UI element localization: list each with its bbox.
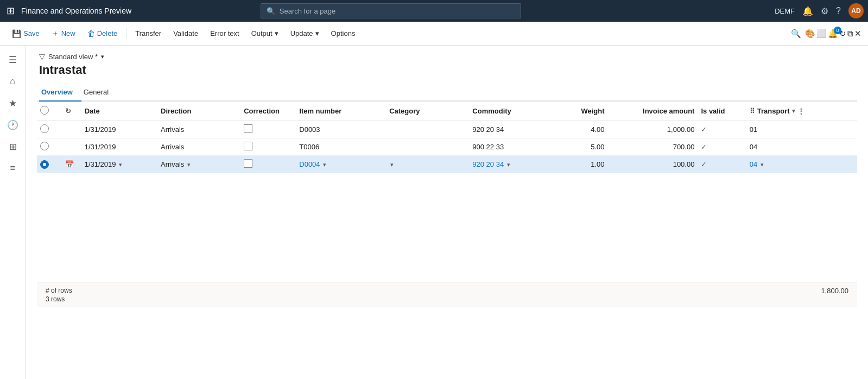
update-dropdown[interactable]: Update ▾ — [285, 27, 325, 40]
row2-direction: Arrivals — [157, 138, 240, 156]
sidebar-home[interactable]: ⌂ — [3, 72, 23, 91]
transport-more-icon[interactable]: ⋮ — [797, 107, 804, 115]
output-dropdown[interactable]: Output ▾ — [246, 27, 284, 40]
footer-total: 1,800.00 — [821, 287, 848, 295]
row3-transport[interactable]: 04 ▾ — [746, 156, 837, 173]
row1-correction[interactable] — [240, 121, 296, 138]
notifications-toolbar-icon[interactable]: 🔔0 — [828, 29, 838, 39]
row2-select[interactable] — [37, 138, 62, 156]
split-view-icon[interactable]: ⬜ — [816, 29, 827, 39]
sidebar-favorites[interactable]: ★ — [3, 93, 23, 113]
row2-item-number: T0006 — [296, 138, 386, 156]
category-dropdown-caret[interactable]: ▾ — [390, 161, 394, 168]
update-caret: ▾ — [315, 29, 319, 37]
apps-grid-icon[interactable]: ⊞ — [4, 3, 17, 19]
close-icon[interactable]: ✕ — [854, 29, 861, 39]
row3-commodity[interactable]: 920 20 34 ▾ — [469, 156, 552, 173]
env-label: DEMF — [775, 7, 795, 15]
table-row[interactable]: 📅 1/31/2019 ▾ Arrivals ▾ — [37, 156, 857, 173]
view-caret[interactable]: ▾ — [101, 53, 104, 60]
col-invoice-header[interactable]: Invoice amount — [608, 102, 698, 121]
sidebar-modules[interactable]: ≡ — [3, 159, 23, 178]
page-title: Intrastat — [37, 63, 857, 77]
row2-more — [837, 138, 857, 156]
user-avatar[interactable]: AD — [848, 3, 864, 18]
col-correction-header[interactable]: Correction — [240, 102, 296, 121]
view-label[interactable]: Standard view * — [48, 53, 98, 61]
separator-1 — [126, 28, 126, 39]
col-transport-header[interactable]: ⠿ Transport ▾ ⋮ — [746, 102, 837, 121]
filter-icon[interactable]: ▽ — [39, 52, 45, 61]
row1-invoice: 1,000.00 — [608, 121, 698, 138]
options-button[interactable]: Options — [326, 27, 361, 40]
commodity-link[interactable]: 920 20 34 — [472, 160, 504, 168]
search-placeholder: Search for a page — [280, 7, 335, 15]
transfer-button[interactable]: Transfer — [130, 27, 167, 40]
row1-is-valid: ✓ — [698, 121, 746, 138]
row2-transport: 04 — [746, 138, 837, 156]
row2-refresh — [62, 138, 81, 156]
validate-button[interactable]: Validate — [168, 27, 204, 40]
table-header-row: ↻ Date Direction Correction Item number — [37, 102, 857, 121]
col-direction-header[interactable]: Direction — [157, 102, 240, 121]
save-icon: 💾 — [12, 29, 21, 38]
transport-dropdown-caret[interactable]: ▾ — [761, 161, 764, 168]
table-row[interactable]: 1/31/2019 Arrivals D0003 920 20 34 4.00 … — [37, 121, 857, 138]
row3-more — [837, 156, 857, 173]
col-commodity-header[interactable]: Commodity — [469, 102, 552, 121]
save-button[interactable]: 💾 Save — [7, 27, 45, 41]
row1-select[interactable] — [37, 121, 62, 138]
open-new-window-icon[interactable]: ⧉ — [847, 29, 853, 39]
col-refresh[interactable]: ↻ — [62, 102, 81, 121]
row1-weight: 4.00 — [552, 121, 607, 138]
search-icon: 🔍 — [267, 7, 275, 15]
col-date-header[interactable]: Date — [81, 102, 157, 121]
notifications-icon[interactable]: 🔔 — [802, 6, 813, 16]
table-row[interactable]: 1/31/2019 Arrivals T0006 900 22 33 5.00 … — [37, 138, 857, 156]
settings-icon[interactable]: ⚙ — [821, 6, 828, 16]
select-all-radio[interactable] — [40, 106, 49, 115]
intrastat-table: ↻ Date Direction Correction Item number — [37, 102, 857, 173]
personalize-icon[interactable]: 🎨 — [805, 29, 815, 39]
table-footer: # of rows 3 rows 1,800.00 — [37, 282, 857, 307]
update-button[interactable]: Update ▾ — [285, 27, 325, 40]
tab-overview[interactable]: Overview — [39, 84, 81, 102]
sidebar-hamburger[interactable]: ☰ — [3, 50, 23, 70]
col-category-header[interactable]: Category — [386, 102, 469, 121]
help-icon[interactable]: ? — [836, 6, 841, 16]
refresh-col-icon: ↻ — [65, 107, 71, 115]
row2-date: 1/31/2019 — [81, 138, 157, 156]
date-dropdown-caret[interactable]: ▾ — [119, 161, 122, 168]
direction-dropdown-caret[interactable]: ▾ — [187, 161, 191, 168]
row1-refresh — [62, 121, 81, 138]
global-search[interactable]: 🔍 Search for a page — [261, 3, 521, 18]
row3-refresh[interactable]: 📅 — [62, 156, 81, 173]
error-text-button[interactable]: Error text — [205, 27, 244, 40]
col-is-valid-header[interactable]: Is valid — [698, 102, 746, 121]
row1-more — [837, 121, 857, 138]
empty-area — [37, 173, 857, 282]
col-select-all[interactable] — [37, 102, 62, 121]
col-more-header — [837, 102, 857, 121]
sidebar-recent[interactable]: 🕐 — [3, 115, 23, 135]
sidebar-workspaces[interactable]: ⊞ — [3, 137, 23, 156]
view-selector-row: ▽ Standard view * ▾ — [37, 52, 857, 61]
row3-category[interactable]: ▾ — [386, 156, 469, 173]
main-content: ▽ Standard view * ▾ Intrastat Overview G… — [26, 46, 868, 379]
delete-button[interactable]: 🗑 Delete — [82, 27, 123, 41]
transport-link: 04 — [750, 160, 757, 168]
tab-general[interactable]: General — [81, 84, 117, 102]
row3-select[interactable] — [37, 156, 62, 173]
new-button[interactable]: ＋ New — [46, 26, 81, 41]
item-dropdown-caret[interactable]: ▾ — [323, 161, 326, 168]
item-number-link[interactable]: D0004 — [299, 160, 320, 168]
toolbar-search-icon[interactable]: 🔍 — [788, 26, 804, 41]
col-item-number-header[interactable]: Item number — [296, 102, 386, 121]
col-weight-header[interactable]: Weight — [552, 102, 607, 121]
row3-correction[interactable] — [240, 156, 296, 173]
row2-correction[interactable] — [240, 138, 296, 156]
row2-commodity: 900 22 33 — [469, 138, 552, 156]
output-button[interactable]: Output ▾ — [246, 27, 284, 40]
commodity-dropdown-caret[interactable]: ▾ — [507, 161, 510, 168]
row3-item-number[interactable]: D0004 ▾ — [296, 156, 386, 173]
